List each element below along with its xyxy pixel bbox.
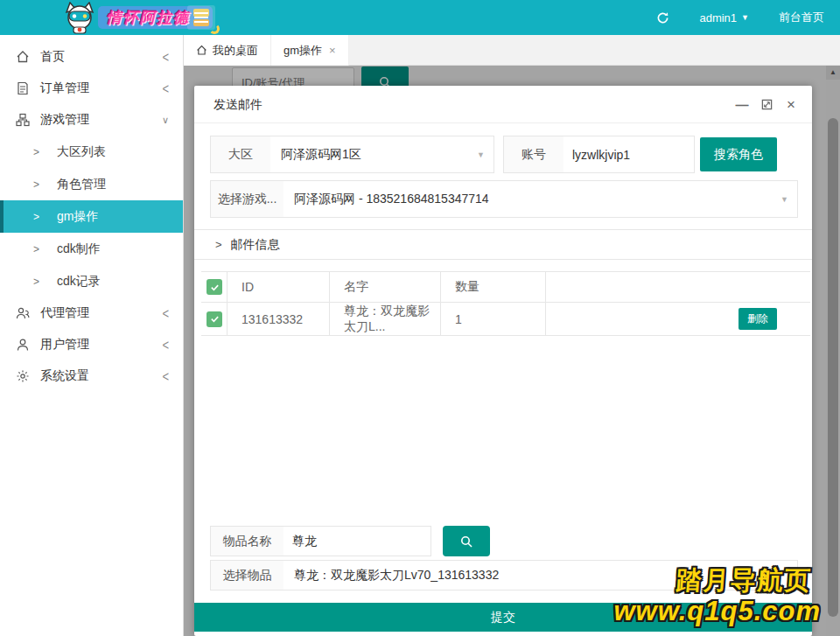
search-role-button[interactable]: 搜索角色 bbox=[700, 137, 777, 171]
item-name-label: 物品名称 bbox=[210, 526, 284, 556]
sidebar-item-cdk-create[interactable]: > cdk制作 bbox=[0, 233, 183, 265]
submit-button[interactable]: 提交 bbox=[194, 603, 812, 632]
sidebar-item-home[interactable]: 首页 < bbox=[0, 41, 183, 73]
item-name-input[interactable] bbox=[284, 526, 431, 556]
user-icon bbox=[16, 338, 30, 352]
modal-title: 发送邮件 bbox=[214, 86, 262, 123]
send-mail-modal: 发送邮件 — × 大区 阿泽源码网1区 ▼ 账号 搜索角色 选择游戏... 阿泽… bbox=[194, 86, 812, 636]
select-all-checkbox[interactable] bbox=[206, 279, 222, 295]
mascot-logo-icon bbox=[61, 2, 98, 34]
submenu-arrow-icon: > bbox=[33, 243, 39, 255]
column-header-name: 名字 bbox=[330, 272, 441, 302]
chevron-left-icon: < bbox=[162, 80, 169, 97]
search-icon bbox=[459, 535, 473, 549]
document-icon bbox=[16, 81, 30, 95]
item-search-button[interactable] bbox=[443, 526, 490, 556]
minimize-icon[interactable]: — bbox=[732, 86, 752, 123]
close-icon[interactable]: × bbox=[780, 86, 802, 123]
row-checkbox[interactable] bbox=[206, 311, 222, 327]
column-header-id: ID bbox=[228, 272, 330, 302]
logo-text: 情怀阿拉德 bbox=[107, 8, 190, 28]
close-tab-icon[interactable]: × bbox=[329, 44, 336, 57]
chevron-left-icon: < bbox=[162, 48, 169, 66]
region-select[interactable]: 阿泽源码网1区 ▼ bbox=[270, 136, 494, 173]
hamburger-menu-icon[interactable] bbox=[187, 5, 215, 30]
user-menu[interactable]: admin1 ▼ bbox=[699, 11, 749, 24]
refresh-icon[interactable] bbox=[656, 11, 669, 24]
sidebar-item-games[interactable]: 游戏管理 ∨ bbox=[0, 104, 183, 136]
collapse-arrow-icon: > bbox=[215, 238, 222, 251]
caret-down-icon: ▼ bbox=[780, 195, 788, 204]
table-row: 131613332 尊龙：双龙魔影太刀L... 1 删除 bbox=[201, 303, 810, 336]
cell-name: 尊龙：双龙魔影太刀L... bbox=[330, 303, 441, 335]
select-item-label: 选择物品 bbox=[210, 560, 284, 591]
select-game-select[interactable]: 阿泽源码网 - 183521684815347714 ▼ bbox=[284, 180, 798, 218]
delete-button[interactable]: 删除 bbox=[738, 308, 777, 330]
submenu-arrow-icon: > bbox=[33, 211, 39, 223]
modal-header: 发送邮件 — × bbox=[194, 86, 812, 123]
sidebar-item-region-list[interactable]: > 大区列表 bbox=[0, 136, 183, 168]
cell-id: 131613332 bbox=[228, 303, 330, 335]
account-label: 账号 bbox=[503, 136, 564, 173]
sidebar: 首页 < 订单管理 < 游戏管理 ∨ > 大区列表 > 角色管理 > gm操作 … bbox=[0, 35, 184, 636]
tab-my-desktop[interactable]: 我的桌面 bbox=[184, 35, 271, 66]
sidebar-item-agent-management[interactable]: 代理管理 < bbox=[0, 297, 183, 329]
gear-icon bbox=[16, 369, 30, 383]
tab-bar: 我的桌面 gm操作 × bbox=[184, 35, 840, 66]
sitemap-icon bbox=[16, 113, 30, 127]
frontend-home-link[interactable]: 前台首页 bbox=[779, 10, 824, 25]
account-input[interactable] bbox=[564, 136, 695, 173]
username: admin1 bbox=[699, 11, 737, 24]
caret-down-icon: ▼ bbox=[741, 14, 749, 22]
sidebar-item-role-management[interactable]: > 角色管理 bbox=[0, 168, 183, 200]
cell-qty: 1 bbox=[441, 303, 546, 335]
region-label: 大区 bbox=[210, 136, 271, 173]
select-game-label: 选择游戏... bbox=[210, 180, 284, 218]
sidebar-item-cdk-records[interactable]: > cdk记录 bbox=[0, 265, 183, 297]
maximize-icon[interactable] bbox=[756, 86, 777, 123]
sidebar-item-system-settings[interactable]: 系统设置 < bbox=[0, 360, 183, 392]
submenu-arrow-icon: > bbox=[33, 146, 39, 158]
agents-icon bbox=[16, 306, 30, 320]
caret-down-icon: ▼ bbox=[477, 150, 485, 159]
mail-items-table: ID 名字 数量 131613332 尊龙：双龙魔影太刀L... 1 删除 bbox=[201, 271, 810, 336]
chevron-down-icon: ∨ bbox=[162, 115, 169, 126]
submenu-arrow-icon: > bbox=[33, 276, 39, 288]
tab-gm-operations[interactable]: gm操作 × bbox=[271, 35, 349, 66]
submenu-arrow-icon: > bbox=[33, 178, 39, 191]
sidebar-item-gm-operations[interactable]: > gm操作 bbox=[0, 200, 183, 233]
select-item-value[interactable]: 尊龙：双龙魔影太刀Lv70_131613332 bbox=[284, 560, 798, 591]
app-window: 情怀阿拉德 admin1 ▼ 前台首页 首页 < 订单 bbox=[0, 0, 840, 636]
sidebar-item-orders[interactable]: 订单管理 < bbox=[0, 73, 183, 104]
chevron-left-icon: < bbox=[162, 336, 169, 353]
home-icon bbox=[16, 50, 30, 64]
column-header-qty: 数量 bbox=[441, 272, 546, 302]
home-icon bbox=[196, 45, 207, 56]
chevron-left-icon: < bbox=[162, 367, 169, 385]
table-header-row: ID 名字 数量 bbox=[201, 272, 810, 303]
top-header: 情怀阿拉德 admin1 ▼ 前台首页 bbox=[0, 0, 840, 35]
sidebar-item-user-management[interactable]: 用户管理 < bbox=[0, 329, 183, 360]
mail-info-collapse[interactable]: > 邮件信息 bbox=[194, 229, 812, 260]
chevron-left-icon: < bbox=[162, 304, 169, 322]
